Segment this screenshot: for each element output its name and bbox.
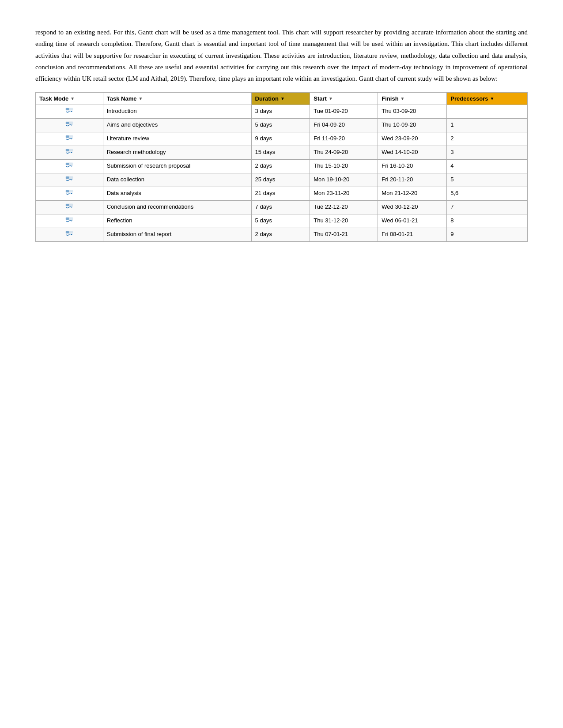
task-mode-cell xyxy=(36,132,103,146)
table-row: Reflection5 daysThu 31-12-20Wed 06-01-21… xyxy=(36,214,528,228)
task-mode-cell xyxy=(36,201,103,214)
sort-arrow-duration: ▼ xyxy=(280,96,285,101)
task-mode-cell xyxy=(36,187,103,201)
finish-cell: Fri 08-01-21 xyxy=(378,228,447,242)
table-header-row: Task Mode ▼ Task Name ▼ Duration ▼ Start xyxy=(36,93,528,105)
th-task-mode[interactable]: Task Mode ▼ xyxy=(36,93,103,105)
task-mode-icon xyxy=(65,162,73,169)
finish-cell: Mon 21-12-20 xyxy=(378,187,447,201)
start-cell: Tue 01-09-20 xyxy=(310,105,378,119)
sort-arrow-task-name: ▼ xyxy=(138,96,143,101)
th-duration[interactable]: Duration ▼ xyxy=(251,93,310,105)
task-mode-cell xyxy=(36,146,103,160)
start-cell: Fri 11-09-20 xyxy=(310,132,378,146)
task-name-cell: Literature review xyxy=(103,132,251,146)
task-mode-cell xyxy=(36,119,103,132)
predecessors-cell: 8 xyxy=(447,214,528,228)
task-mode-cell xyxy=(36,160,103,173)
th-predecessors[interactable]: Predecessors ▼ xyxy=(447,93,528,105)
sort-arrow-task-mode: ▼ xyxy=(70,96,75,101)
predecessors-cell: 7 xyxy=(447,201,528,214)
sort-arrow-predecessors: ▼ xyxy=(490,96,495,101)
task-mode-cell xyxy=(36,105,103,119)
task-name-cell: Reflection xyxy=(103,214,251,228)
start-cell: Tue 22-12-20 xyxy=(310,201,378,214)
duration-cell: 9 days xyxy=(251,132,310,146)
table-row: Data analysis21 daysMon 23-11-20Mon 21-1… xyxy=(36,187,528,201)
table-row: Aims and objectives5 daysFri 04-09-20Thu… xyxy=(36,119,528,132)
duration-cell: 15 days xyxy=(251,146,310,160)
svg-rect-9 xyxy=(66,163,69,165)
predecessors-cell: 4 xyxy=(447,160,528,173)
predecessors-cell: 5 xyxy=(447,173,528,187)
svg-rect-3 xyxy=(66,122,69,124)
finish-cell: Wed 30-12-20 xyxy=(378,201,447,214)
svg-rect-11 xyxy=(66,176,69,179)
task-name-cell: Submission of research proposal xyxy=(103,160,251,173)
table-row: Data collection25 daysMon 19-10-20Fri 20… xyxy=(36,173,528,187)
finish-cell: Wed 14-10-20 xyxy=(378,146,447,160)
duration-cell: 5 days xyxy=(251,214,310,228)
task-mode-icon xyxy=(65,149,73,155)
task-mode-icon xyxy=(65,203,73,210)
start-cell: Thu 07-01-21 xyxy=(310,228,378,242)
duration-cell: 5 days xyxy=(251,119,310,132)
predecessors-cell: 3 xyxy=(447,146,528,160)
table-row: Submission of research proposal2 daysThu… xyxy=(36,160,528,173)
task-mode-icon xyxy=(65,176,73,182)
task-mode-cell xyxy=(36,228,103,242)
table-row: Conclusion and recommendations7 daysTue … xyxy=(36,201,528,214)
svg-rect-5 xyxy=(66,135,69,138)
task-mode-icon xyxy=(65,231,73,237)
svg-rect-13 xyxy=(66,190,69,192)
table-row: Research methodology15 daysThu 24-09-20W… xyxy=(36,146,528,160)
duration-cell: 7 days xyxy=(251,201,310,214)
predecessors-cell: 9 xyxy=(447,228,528,242)
task-mode-icon xyxy=(65,108,73,114)
svg-rect-7 xyxy=(66,149,69,151)
task-name-cell: Data collection xyxy=(103,173,251,187)
table-row: Literature review9 daysFri 11-09-20Wed 2… xyxy=(36,132,528,146)
sort-arrow-start: ▼ xyxy=(329,96,333,101)
task-name-cell: Data analysis xyxy=(103,187,251,201)
gantt-table: Task Mode ▼ Task Name ▼ Duration ▼ Start xyxy=(35,92,528,242)
duration-cell: 21 days xyxy=(251,187,310,201)
svg-rect-19 xyxy=(66,231,69,233)
task-name-cell: Research methodology xyxy=(103,146,251,160)
start-cell: Mon 19-10-20 xyxy=(310,173,378,187)
table-row: Introduction3 daysTue 01-09-20Thu 03-09-… xyxy=(36,105,528,119)
start-cell: Mon 23-11-20 xyxy=(310,187,378,201)
th-task-name[interactable]: Task Name ▼ xyxy=(103,93,251,105)
task-mode-cell xyxy=(36,173,103,187)
duration-cell: 2 days xyxy=(251,160,310,173)
finish-cell: Thu 10-09-20 xyxy=(378,119,447,132)
task-mode-icon xyxy=(65,190,73,196)
finish-cell: Wed 06-01-21 xyxy=(378,214,447,228)
start-cell: Thu 24-09-20 xyxy=(310,146,378,160)
duration-cell: 25 days xyxy=(251,173,310,187)
svg-rect-17 xyxy=(66,218,69,220)
start-cell: Thu 15-10-20 xyxy=(310,160,378,173)
th-finish[interactable]: Finish ▼ xyxy=(378,93,447,105)
duration-cell: 3 days xyxy=(251,105,310,119)
predecessors-cell: 2 xyxy=(447,132,528,146)
task-name-cell: Submission of final report xyxy=(103,228,251,242)
task-mode-icon xyxy=(65,121,73,128)
sort-arrow-finish: ▼ xyxy=(401,96,405,101)
predecessors-cell: 5,6 xyxy=(447,187,528,201)
task-mode-cell xyxy=(36,214,103,228)
task-name-cell: Conclusion and recommendations xyxy=(103,201,251,214)
svg-rect-1 xyxy=(66,108,69,110)
predecessors-cell: 1 xyxy=(447,119,528,132)
task-mode-icon xyxy=(65,135,73,141)
task-mode-icon xyxy=(65,217,73,223)
task-name-cell: Aims and objectives xyxy=(103,119,251,132)
task-name-cell: Introduction xyxy=(103,105,251,119)
start-cell: Fri 04-09-20 xyxy=(310,119,378,132)
th-start[interactable]: Start ▼ xyxy=(310,93,378,105)
predecessors-cell xyxy=(447,105,528,119)
duration-cell: 2 days xyxy=(251,228,310,242)
finish-cell: Thu 03-09-20 xyxy=(378,105,447,119)
finish-cell: Wed 23-09-20 xyxy=(378,132,447,146)
start-cell: Thu 31-12-20 xyxy=(310,214,378,228)
